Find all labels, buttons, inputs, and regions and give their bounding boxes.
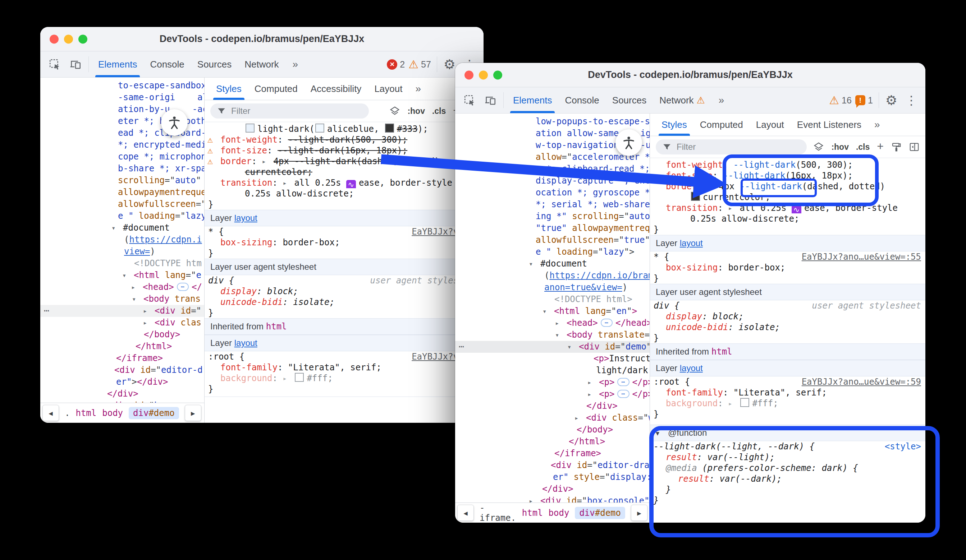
dom-row[interactable]: *; encrypted-medi [40, 139, 204, 151]
css-declaration[interactable]: display: block; [205, 286, 483, 297]
dom-row[interactable]: low-popups-to-escape-sa [455, 116, 650, 128]
dom-row[interactable]: </div> [455, 483, 650, 495]
css-declaration[interactable]: unicode-bidi: isolate; [205, 297, 483, 308]
tab-accessibility[interactable]: Accessibility [304, 78, 368, 100]
source-link[interactable]: EaYBJJx?ano…ue&view=:55 [802, 251, 921, 262]
filter-input[interactable]: Filter [656, 139, 807, 154]
dom-row[interactable]: e " loading="lazy"> [455, 246, 650, 258]
source-link[interactable]: EaYBJJx?ano…ue&view=:59 [802, 377, 921, 387]
toggle-hov[interactable]: :hov [831, 142, 849, 152]
css-declaration[interactable]: font-family: "Literata", serif; [205, 362, 483, 373]
tab-sources[interactable]: Sources [606, 87, 653, 113]
layer-link[interactable]: layout [234, 213, 257, 223]
breadcrumb-item-selected[interactable]: div#demo [129, 407, 179, 419]
dom-row[interactable]: ▾#document [455, 258, 650, 270]
css-declaration[interactable]: font-weight: --light-dark(500, 300); [650, 159, 925, 170]
expand-ellipsis-pill[interactable]: ⋯ [177, 283, 189, 291]
css-declaration[interactable]: font-family: "Literata", serif; [650, 387, 925, 398]
css-declaration[interactable]: box-sizing: border-box; [205, 237, 483, 248]
dom-row[interactable]: (https://cdpn.i [40, 234, 204, 246]
css-declaration[interactable]: :root {EaYBJJx?view= [205, 351, 483, 362]
zoom-button[interactable] [493, 70, 502, 79]
dom-row[interactable]: allowpaymentreque [40, 187, 204, 198]
badge-issue[interactable]: !1 [855, 95, 873, 106]
toggle-cls[interactable]: .cls [432, 106, 446, 116]
layer-link[interactable]: layout [680, 238, 703, 248]
breadcrumb-forward-button[interactable]: ▶ [185, 405, 201, 421]
styles-section-header[interactable]: Layer layout [650, 235, 925, 251]
element-state-icon[interactable] [389, 106, 400, 116]
dock-side-icon[interactable] [909, 141, 920, 152]
styles-section-header[interactable]: Inherited from html [650, 344, 925, 360]
dom-row[interactable]: anon=true&view=) [455, 282, 650, 293]
tab-event-listeners[interactable]: Event Listeners [790, 113, 868, 136]
dom-row[interactable]: </iframe> [455, 447, 650, 459]
styles-section-header[interactable]: Layer layout [205, 210, 483, 226]
dom-row[interactable]: -same-origiallo [40, 92, 204, 103]
css-declaration[interactable]: } [650, 409, 925, 419]
tab-computed[interactable]: Computed [248, 78, 304, 100]
device-toolbar-icon[interactable] [480, 87, 500, 113]
dom-row[interactable]: "true" allowpaymentrequ [455, 222, 650, 234]
dom-row[interactable]: </body> [455, 424, 650, 436]
tab-network[interactable]: Network⚠ [653, 87, 711, 113]
dom-row[interactable]: ▾#document [40, 222, 204, 234]
breadcrumb-item[interactable]: html [76, 408, 96, 418]
settings-gear-icon[interactable]: ⚙ [882, 87, 901, 113]
css-declaration[interactable]: } [650, 484, 925, 495]
badge-warn[interactable]: ⚠16 [829, 95, 852, 106]
dom-row[interactable]: </div> [455, 400, 650, 412]
dom-row[interactable]: ▸<head>⋯</head> [455, 317, 650, 329]
dom-row[interactable]: e " loading="lazy [40, 210, 204, 222]
dom-row[interactable]: scrolling="auto" [40, 175, 204, 187]
color-swatch[interactable] [691, 192, 700, 201]
tab-network[interactable]: Network [238, 51, 285, 77]
styles-section-header[interactable]: Layer user agent stylesheet [650, 284, 925, 300]
css-declaration[interactable]: ⚠border: ▸4px --light-dark(dashed, dotte… [205, 156, 483, 167]
dom-row[interactable]: ing *" scrolling="auto" [455, 211, 650, 222]
css-declaration[interactable]: } [650, 273, 925, 284]
layer-link[interactable]: layout [680, 363, 703, 373]
dom-row[interactable]: light/dark col [455, 365, 650, 377]
tab-console[interactable]: Console [143, 51, 191, 77]
dom-row[interactable]: <div id="editor-drag-co [455, 459, 650, 471]
new-style-rule-icon[interactable]: + [877, 140, 884, 153]
css-declaration[interactable]: } [650, 224, 925, 235]
breadcrumb-item[interactable]: . [65, 408, 70, 418]
dom-row[interactable]: </iframe> [40, 352, 204, 364]
dom-row[interactable]: to-escape-sandbox [40, 80, 204, 92]
css-declaration[interactable]: background: ▸#fff; [205, 373, 483, 384]
tab-elements[interactable]: Elements [506, 87, 558, 113]
badge-error[interactable]: ✕2 [387, 59, 405, 70]
breadcrumb-back-button[interactable]: ◀ [457, 505, 474, 521]
css-declaration[interactable]: } [205, 384, 483, 395]
dom-row[interactable]: ▾<body trans [40, 293, 204, 305]
tab-sources[interactable]: Sources [191, 51, 238, 77]
dom-row[interactable]: <p>Instruction [455, 353, 650, 365]
dom-row[interactable]: allowfullscreen=" [40, 198, 204, 210]
dom-row[interactable]: view=) [40, 246, 204, 257]
color-swatch[interactable] [315, 124, 324, 133]
dom-row[interactable]: ▸<div class="warn [455, 412, 650, 424]
dom-row[interactable]: </html> [455, 436, 650, 447]
css-declaration[interactable]: display: block; [650, 311, 925, 322]
tab-console[interactable]: Console [558, 87, 605, 113]
titlebar[interactable]: DevTools - codepen.io/bramus/pen/EaYBJJx [40, 27, 483, 51]
css-declaration[interactable]: transition: ▸all 0.25s ∿ease, border-sty… [205, 177, 483, 188]
more-tabs-icon[interactable]: » [286, 51, 304, 77]
overflow-dots-icon[interactable]: ⋯ [44, 305, 49, 317]
dom-row[interactable]: ▸<p>⋯</p> [455, 388, 650, 400]
styles-section-header[interactable]: Inherited from html [205, 318, 483, 335]
dom-row[interactable]: ▾<html lang="e [40, 269, 204, 281]
dom-row[interactable]: ⋯▾<div id="demo"> [455, 341, 650, 353]
breadcrumb-item[interactable]: -iframe. [480, 503, 516, 523]
breadcrumb-item[interactable]: body [549, 508, 570, 518]
breadcrumb-back-button[interactable]: ◀ [43, 405, 59, 421]
source-link[interactable]: user agent stylesheet [812, 300, 921, 311]
css-declaration[interactable]: * {EaYBJJx?ano…ue&view=:55 [650, 251, 925, 262]
minimize-button[interactable] [479, 70, 488, 79]
css-declaration[interactable]: 0.25s allow-discrete; [205, 188, 483, 199]
layer-link[interactable]: layout [234, 338, 257, 348]
more-tabs-icon[interactable]: » [712, 87, 730, 113]
color-swatch[interactable] [385, 124, 394, 133]
